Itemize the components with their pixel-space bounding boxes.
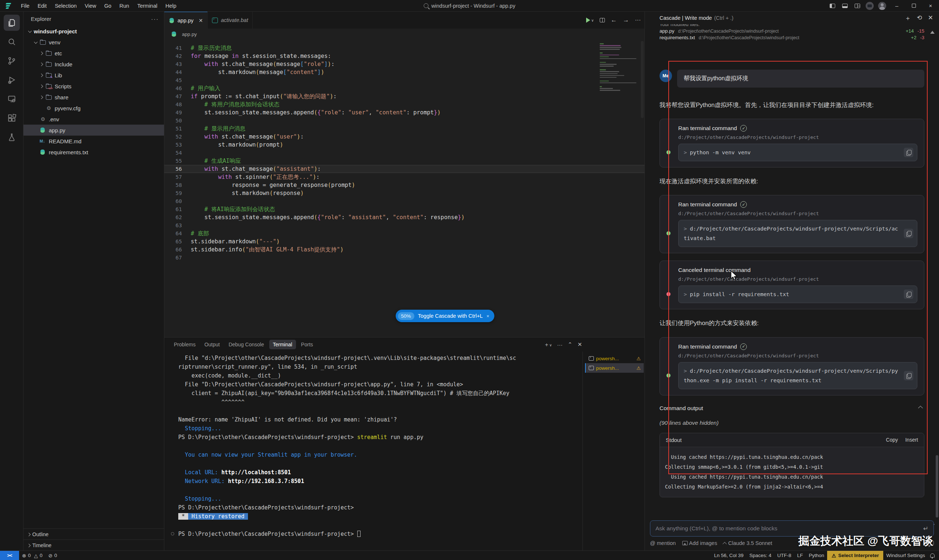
select-interpreter-warning[interactable]: ⚠Select Interpreter [827, 551, 883, 560]
screenshare-avatar[interactable] [863, 0, 876, 12]
toast-close-icon[interactable]: × [486, 313, 489, 319]
notifications-bell-icon[interactable] [930, 554, 934, 557]
modified-file-row[interactable]: app.pyd:\Project\other\CascadeProjects\w… [660, 28, 924, 34]
editor-more-actions-icon[interactable]: ··· [635, 17, 641, 23]
tree-item--env[interactable]: ⚙.env [23, 114, 164, 125]
tab-close-icon[interactable]: ✕ [199, 18, 203, 23]
editor-scrollbar[interactable] [641, 41, 644, 118]
copy-icon[interactable] [904, 229, 913, 238]
menu-terminal[interactable]: Terminal [133, 0, 161, 12]
tree-item-venv[interactable]: venv [23, 37, 164, 48]
panel-tab-terminal[interactable]: Terminal [269, 340, 296, 349]
editor-tab-activate-bat[interactable]: activate.bat [208, 12, 253, 29]
command-output-header[interactable]: Command output [660, 405, 924, 412]
maximize-button[interactable] [905, 0, 922, 12]
menu-selection[interactable]: Selection [51, 0, 81, 12]
chevron-right-icon[interactable] [39, 62, 44, 67]
tree-item-windsurf-project[interactable]: windsurf-project [23, 26, 164, 37]
chevron-right-icon[interactable] [39, 51, 44, 56]
chevron-right-icon[interactable] [39, 83, 44, 89]
status-ln-56-col-39[interactable]: Ln 56, Col 39 [711, 551, 746, 560]
close-panel-icon[interactable]: ✕ [577, 341, 582, 348]
cascade-new-chat-icon[interactable]: ＋ [905, 14, 911, 22]
go-back-icon[interactable]: ← [611, 17, 617, 24]
close-button[interactable]: × [922, 0, 939, 12]
chevron-right-icon[interactable] [39, 72, 44, 78]
chevron-right-icon[interactable] [39, 95, 44, 100]
split-editor-icon[interactable] [600, 18, 605, 22]
copy-button[interactable]: Copy [886, 437, 898, 443]
tree-item-pyvenv-cfg[interactable]: ⚙pyvenv.cfg [23, 103, 164, 114]
problems-indicator[interactable]: ⊗0 △0 [19, 551, 45, 560]
cascade-close-icon[interactable]: ✕ [928, 14, 933, 22]
status-spaces-4[interactable]: Spaces: 4 [746, 551, 774, 560]
windsurf-settings-button[interactable]: Windsurf Settings [883, 551, 928, 560]
cascade-conversation[interactable]: Me帮我设置python虚拟环境我将帮您设置Python虚拟环境。首先，让我们在… [645, 45, 939, 520]
minimize-button[interactable]: – [888, 0, 905, 12]
cascade-history-icon[interactable]: ⟲ [917, 14, 922, 22]
tree-item-include[interactable]: Include [23, 58, 164, 70]
scroll-up-arrow-icon[interactable] [930, 31, 934, 34]
activity-run-debug-icon[interactable] [4, 72, 20, 88]
sidebar-section-timeline[interactable]: Timeline [23, 540, 164, 551]
go-forward-icon[interactable]: → [623, 17, 629, 24]
panel-tab-problems[interactable]: Problems [170, 340, 199, 349]
remote-indicator[interactable]: >< [0, 551, 19, 560]
modified-file-row[interactable]: requirements.txtd:\Project\other\Cascade… [660, 35, 924, 40]
panel-tab-ports[interactable]: Ports [298, 340, 317, 349]
cascade-scrollbar[interactable] [936, 455, 938, 517]
menu-help[interactable]: Help [161, 0, 180, 12]
sidebar-section-outline[interactable]: Outline [23, 528, 164, 540]
run-python-file-button[interactable]: ∨ [586, 18, 594, 23]
activity-explorer-icon[interactable] [4, 15, 20, 31]
activity-extensions-icon[interactable] [4, 110, 20, 126]
tree-item-readme-md[interactable]: M↓README.md [23, 135, 164, 146]
menu-view[interactable]: View [81, 0, 100, 12]
model-selector[interactable]: Claude 3.5 Sonnet [724, 540, 772, 546]
copy-icon[interactable] [904, 289, 913, 299]
tree-item-requirements-txt[interactable]: requirements.txt [23, 146, 164, 158]
panel-more-actions-icon[interactable]: ··· [557, 342, 563, 348]
command-code-block[interactable]: >pip install -r requirements.txt [678, 286, 917, 303]
command-code-block[interactable]: >d:/Project/other/CascadeProjects/windsu… [678, 220, 917, 247]
breadcrumb[interactable]: app.py [164, 29, 645, 40]
menu-edit[interactable]: Edit [33, 0, 51, 12]
terminal-output[interactable]: File "d:\Project\other\CascadeProjects\w… [164, 351, 583, 551]
status-utf-8[interactable]: UTF-8 [774, 551, 794, 560]
status-lf[interactable]: LF [794, 551, 806, 560]
minimap[interactable] [600, 43, 637, 102]
tree-item-scripts[interactable]: </>Scripts [23, 81, 164, 92]
activity-search-icon[interactable] [4, 34, 20, 50]
panel-tab-output[interactable]: Output [200, 340, 224, 349]
enter-icon[interactable]: ↵ [923, 525, 928, 532]
panel-tab-debug-console[interactable]: Debug Console [225, 340, 268, 349]
terminal-instance-powershell[interactable]: powersh...⚠ [585, 354, 644, 363]
new-terminal-icon[interactable]: ＋∨ [544, 341, 552, 348]
copy-icon[interactable] [904, 371, 913, 380]
mention-button[interactable]: @ mention [650, 540, 675, 546]
code-editor[interactable]: 41# 显示历史消息42for message in st.session_st… [164, 40, 645, 325]
toggle-panel-icon[interactable] [839, 0, 851, 12]
chevron-down-icon[interactable] [27, 29, 32, 34]
menu-go[interactable]: Go [100, 0, 115, 12]
activity-testing-icon[interactable] [4, 129, 20, 145]
insert-button[interactable]: Insert [905, 437, 918, 443]
account-avatar[interactable] [876, 0, 888, 12]
tree-item-app-py[interactable]: app.py [23, 125, 164, 135]
cascade-toggle-toast[interactable]: 50% Toggle Cascade with Ctrl+L × [395, 310, 495, 322]
menu-file[interactable]: File [17, 0, 33, 12]
copy-icon[interactable] [904, 148, 913, 157]
tree-item-share[interactable]: share [23, 92, 164, 103]
tree-item-lib[interactable]: ✎Lib [23, 70, 164, 81]
editor-tab-app-py[interactable]: app.py✕ [164, 12, 208, 29]
command-decoration-icon[interactable] [171, 532, 174, 535]
add-images-button[interactable]: Add images [682, 540, 717, 546]
activity-source-control-icon[interactable] [4, 53, 20, 69]
menu-run[interactable]: Run [116, 0, 134, 12]
command-code-block[interactable]: >d:/Project/other/CascadeProjects/windsu… [678, 362, 917, 389]
tree-item-etc[interactable]: etc [23, 48, 164, 58]
activity-remote-explorer-icon[interactable] [4, 91, 20, 107]
terminal-instance-powershell[interactable]: powersh...⚠ [585, 363, 644, 373]
status-python[interactable]: Python [806, 551, 827, 560]
extra-counter[interactable]: ⊘0 [45, 551, 60, 560]
